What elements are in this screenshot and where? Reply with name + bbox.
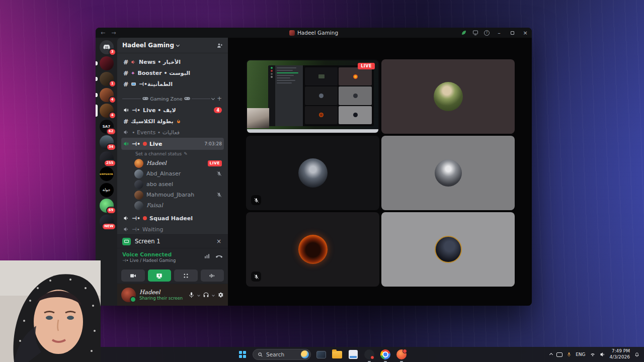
voice-member-abo-aseel[interactable]: abo aseel <box>121 179 224 190</box>
disconnect-call-icon[interactable] <box>215 252 223 260</box>
maximize-button[interactable] <box>506 28 519 38</box>
chevron-down-icon[interactable] <box>197 294 200 297</box>
voice-connected-label[interactable]: Voice Connected <box>122 251 176 258</box>
start-button[interactable] <box>236 348 249 360</box>
server-icon[interactable]: 69 <box>100 199 114 213</box>
notification-bell-icon[interactable] <box>634 351 640 357</box>
live-badge: LIVE <box>358 63 375 69</box>
notification-badge: 62 <box>106 128 116 135</box>
user-panel[interactable]: Hadeel Sharing their screen <box>117 284 228 306</box>
volume-icon[interactable] <box>600 351 606 357</box>
pencil-icon: ✎ <box>184 151 188 156</box>
mic-icon[interactable] <box>188 292 195 298</box>
server-icon[interactable]: 255 <box>100 151 114 165</box>
krisp-leaf-icon[interactable] <box>458 28 469 38</box>
voice-channel-live-active[interactable]: ⊣• Live 7:03:28 <box>121 138 224 150</box>
voice-member-faisal[interactable]: Faisal <box>121 200 224 211</box>
taskbar-app-document[interactable] <box>347 348 359 360</box>
activities-button[interactable] <box>174 269 198 282</box>
stop-streaming-button[interactable]: × <box>215 238 223 245</box>
server-icon[interactable] <box>100 56 114 70</box>
tray-chevron-up-icon[interactable] <box>549 352 553 356</box>
taskbar-app-monitor[interactable] <box>315 348 327 360</box>
preview-taskbar <box>247 129 378 133</box>
voice-channel-live-lounge[interactable]: ⊣• Live • لايف 4 <box>121 105 224 116</box>
screen-share-button[interactable] <box>148 269 172 282</box>
speaker-icon <box>123 141 129 147</box>
channel-booster[interactable]: # ✦ Booster • البوست <box>121 67 224 78</box>
voice-channel-path: ⊣• Live / Hadeel Gaming <box>122 258 176 263</box>
channel-status-hint[interactable]: Set a channel status ✎ <box>121 150 224 158</box>
participant-tile[interactable] <box>246 136 379 210</box>
participant-tile[interactable] <box>381 59 515 134</box>
call-timer: 7:03:28 <box>204 141 222 146</box>
close-button[interactable]: × <box>519 28 532 38</box>
taskbar-app-browser-orange[interactable] <box>395 348 408 360</box>
channel-classic-tournament[interactable]: # بطولة الكلاسيك <box>121 116 224 127</box>
chevron-down-icon[interactable] <box>212 294 215 297</box>
window-titlebar: ← → Hadeel Gaming ? – × <box>96 28 532 38</box>
participant-tile[interactable] <box>381 212 515 287</box>
tray-display-icon[interactable] <box>556 352 562 357</box>
home-server-icon[interactable]: 3 <box>100 40 114 54</box>
channel-news[interactable]: # News • الأخبار <box>121 56 224 67</box>
invite-member-icon[interactable] <box>216 42 223 49</box>
server-icon[interactable]: 34 <box>100 135 114 149</box>
avatar <box>434 82 463 111</box>
sparkle-icon: ✦ <box>131 70 135 76</box>
server-icon-hadeel-gaming[interactable]: 4 <box>100 104 114 118</box>
channel-tranquility[interactable]: # ⊣•الطمأنينة <box>121 78 224 89</box>
screen-share-panel: Screen 1 × <box>117 234 228 248</box>
taskbar-app-recorder[interactable] <box>363 348 375 360</box>
hash-icon: # <box>123 58 128 66</box>
server-icon[interactable]: 1 <box>100 72 114 86</box>
forward-arrow-icon[interactable]: → <box>111 30 116 36</box>
voice-channel-waiting[interactable]: ⊣• Waiting <box>121 224 224 234</box>
voice-member-mahmoud-jbarah[interactable]: Mahmoud_Jbarah <box>121 190 224 200</box>
language-indicator[interactable]: ENG <box>576 352 585 357</box>
noise-suppression-icon[interactable] <box>204 253 210 259</box>
voice-member-abd-alnaser[interactable]: Abd_Alnaser <box>121 168 224 179</box>
add-channel-button[interactable]: + <box>216 95 223 102</box>
server-icon[interactable]: جولة <box>100 183 114 197</box>
live-dot-icon <box>143 216 147 220</box>
gamepad-icon <box>142 97 148 101</box>
soundboard-button[interactable] <box>201 269 224 282</box>
back-arrow-icon[interactable]: ← <box>101 30 105 36</box>
server-icon[interactable]: EMPEROR <box>100 167 114 181</box>
taskbar-app-file-explorer[interactable] <box>331 348 343 360</box>
server-icon[interactable]: NEW <box>100 215 114 229</box>
mic-muted-icon <box>251 195 261 205</box>
server-header[interactable]: Hadeel Gaming <box>117 38 228 53</box>
voice-channel-squad-hadeel[interactable]: ⊣• Squad Hadeel <box>121 213 224 224</box>
user-avatar[interactable] <box>121 288 136 302</box>
clock-date: 4/3/2026 <box>610 354 630 360</box>
mic-muted-icon <box>216 192 222 198</box>
channel-sidebar: Hadeel Gaming # News • الأخبار <box>117 38 228 306</box>
hash-icon: # <box>123 69 128 77</box>
server-name: Hadeel Gaming <box>122 42 174 49</box>
wifi-icon[interactable] <box>590 351 596 357</box>
screen-share-active-icon <box>122 238 131 245</box>
tray-mic-icon[interactable] <box>567 352 572 357</box>
voice-controls <box>117 268 228 284</box>
taskbar-search[interactable]: Search <box>253 349 311 360</box>
participant-tile[interactable] <box>246 212 379 287</box>
minimize-button[interactable]: – <box>493 28 506 38</box>
settings-gear-icon[interactable] <box>217 292 224 298</box>
stream-monitor-icon[interactable] <box>469 28 481 38</box>
server-icon[interactable]: 4 <box>100 88 114 102</box>
participant-tile[interactable] <box>381 136 515 210</box>
screenshare-tile[interactable]: LIVE <box>246 59 379 134</box>
help-icon[interactable]: ? <box>481 28 493 38</box>
headphones-icon[interactable] <box>203 292 209 298</box>
taskbar-app-chrome[interactable] <box>379 348 391 360</box>
voice-member-hadeel[interactable]: Hadeel LIVE <box>121 158 224 168</box>
server-icon[interactable]: SA7 62 <box>100 120 114 134</box>
category-gaming-zone[interactable]: Gaming Zone + <box>121 93 224 105</box>
taskbar-clock[interactable]: 7:49 PM 4/3/2026 <box>610 348 630 360</box>
voice-channel-events[interactable]: • Events • فعاليات <box>121 127 224 138</box>
camera-button[interactable] <box>121 269 145 282</box>
chevron-down-icon <box>176 43 180 46</box>
avatar <box>435 236 462 263</box>
